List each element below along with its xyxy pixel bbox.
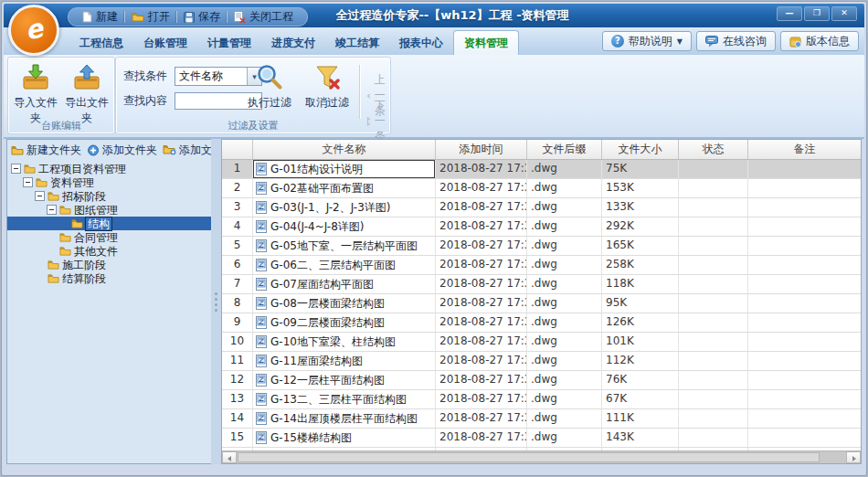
add-file-button[interactable]: 添加文件 xyxy=(161,143,213,158)
table-row[interactable]: 10G-10地下室梁、柱结构图2018-08-27 17:33:36.dwg10… xyxy=(222,333,861,352)
cell-file-size: 292K xyxy=(602,217,679,236)
folder-icon xyxy=(48,191,59,201)
close-icon[interactable]: ✕ xyxy=(831,6,857,21)
cancel-filter-button[interactable]: 取消过滤 xyxy=(301,61,354,118)
table-row[interactable]: 14G-14出屋顶楼层柱平面结构图2018-08-27 17:33:36.dwg… xyxy=(222,409,861,429)
tab-project-info[interactable]: 工程信息 xyxy=(69,31,133,55)
tree-item-other-files[interactable]: 其他文件 xyxy=(7,244,212,258)
table-row[interactable]: 3G-03(J-1、J-2、J-3详图)2018-08-27 17:33:36.… xyxy=(222,198,861,217)
table-row[interactable]: 2G-02基础平面布置图2018-08-27 17:33:36.dwg153K xyxy=(222,179,861,198)
cell-status xyxy=(679,237,748,255)
cell-file-size: 258K xyxy=(602,256,679,274)
tree-item-construction-phase[interactable]: 施工阶段 xyxy=(7,258,212,271)
folder-icon xyxy=(36,177,48,187)
table-row[interactable]: 6G-06二、三层结构平面图2018-08-27 17:33:36.dwg258… xyxy=(222,256,861,275)
ribbon-group-filter-settings: 查找条件 文件名称 查找内容 执行过滤 xyxy=(115,57,391,134)
tab-ledger-management[interactable]: 台账管理 xyxy=(133,31,197,55)
scrollbar-thumb[interactable] xyxy=(238,452,820,462)
tree-item-settlement-phase[interactable]: 结算阶段 xyxy=(7,271,212,285)
splitter-grip-icon xyxy=(215,309,217,312)
help-icon: ? xyxy=(611,35,624,48)
collapse-toggle-icon[interactable] xyxy=(35,191,45,201)
collapse-toggle-icon[interactable] xyxy=(11,164,21,174)
cell-remark xyxy=(748,409,861,428)
tree-item-bidding-phase[interactable]: 招标阶段 xyxy=(7,189,212,203)
import-folder-button[interactable]: 导入文件夹 xyxy=(10,61,61,118)
cell-file-ext: .dwg xyxy=(527,409,602,428)
table-row[interactable]: 4G-04(J-4~J-8详图)2018-08-27 17:33:36.dwg2… xyxy=(222,217,861,237)
cell-status xyxy=(679,333,748,351)
export-folder-button[interactable]: 导出文件夹 xyxy=(61,61,112,118)
column-header-6[interactable]: 备注 xyxy=(748,140,861,159)
version-info-button[interactable]: 版本信息 xyxy=(780,31,859,51)
table-row[interactable]: 5G-05地下室、一层结构平面图2018-08-27 17:33:36.dwg1… xyxy=(222,237,861,256)
ribbon: 导入文件夹 导出文件夹 台账编辑 查找条件 文件名称 xyxy=(4,55,864,139)
tree-item-structure[interactable]: 结构 xyxy=(7,217,212,230)
scroll-left-icon[interactable] xyxy=(222,451,237,463)
table-row[interactable]: 15G-15楼梯结构图2018-08-27 17:33:36.dwg143K xyxy=(222,429,861,448)
tab-document-management[interactable]: 资料管理 xyxy=(453,30,519,55)
cell-add-time: 2018-08-27 17:33:36 xyxy=(436,275,527,293)
cell-status xyxy=(679,217,748,236)
cell-remark xyxy=(748,179,861,197)
add-folder-button[interactable]: 添加文件夹 xyxy=(85,143,159,158)
help-button[interactable]: ? 帮助说明 ▼ xyxy=(602,31,692,51)
tree-item-doc-management[interactable]: 资料管理 xyxy=(7,175,212,189)
cell-file-ext: .dwg xyxy=(527,160,602,178)
column-header-5[interactable]: 状态 xyxy=(679,140,748,159)
tab-report-center[interactable]: 报表中心 xyxy=(389,31,453,55)
cell-remark xyxy=(748,237,861,255)
tree-item-label: 工程项目资料管理 xyxy=(38,163,126,175)
tab-strip: 工程信息台账管理计量管理进度支付竣工结算报表中心资料管理 xyxy=(69,31,519,55)
maximize-icon[interactable]: ❐ xyxy=(804,6,830,21)
cell-remark xyxy=(748,390,861,408)
panel-splitter[interactable] xyxy=(211,139,221,464)
tree-item-project-doc-management[interactable]: 工程项目资料管理 xyxy=(7,162,212,175)
table-row[interactable]: 9G-09二层楼面梁结构图2018-08-27 17:33:36.dwg126K xyxy=(222,313,861,333)
cell-file-size: 95K xyxy=(602,294,679,313)
cell-status xyxy=(679,352,748,370)
table-body: 1G-01结构设计说明2018-08-27 17:33:36.dwg75K2G-… xyxy=(222,160,861,464)
cell-file-name: G-15楼梯结构图 xyxy=(253,429,436,447)
cell-file-size: 133K xyxy=(602,198,679,217)
cell-row-number: 12 xyxy=(222,371,253,389)
table-row[interactable]: 12G-12一层柱平面结构图2018-08-27 17:33:36.dwg76K xyxy=(222,371,861,390)
cell-file-size: 118K xyxy=(602,275,679,293)
cell-remark xyxy=(748,333,861,351)
new-folder-button[interactable]: 新建文件夹 xyxy=(9,143,83,158)
table-row[interactable]: 8G-08一层楼面梁结构图2018-08-27 17:33:36.dwg95K xyxy=(222,294,861,313)
minimize-icon[interactable]: — xyxy=(777,6,802,21)
file-name-text: G-04(J-4~J-8详图) xyxy=(270,218,364,236)
cell-file-ext: .dwg xyxy=(527,429,602,447)
table-row[interactable]: 13G-13二、三层柱平面结构图2018-08-27 17:33:36.dwg6… xyxy=(222,390,861,409)
open-button[interactable]: 打开 xyxy=(125,8,176,26)
table-row[interactable]: 7G-07屋面结构平面图2018-08-27 17:33:36.dwg118K xyxy=(222,275,861,294)
column-header-1[interactable]: 文件名称 xyxy=(253,140,436,159)
file-name-text: G-11屋面梁结构图 xyxy=(270,353,363,370)
cell-file-ext: .dwg xyxy=(527,275,602,293)
table-row[interactable]: 1G-01结构设计说明2018-08-27 17:33:36.dwg75K xyxy=(222,160,861,179)
tree-item-contract-management[interactable]: 合同管理 xyxy=(7,230,212,244)
column-header-4[interactable]: 文件大小 xyxy=(602,140,679,159)
scroll-right-icon[interactable] xyxy=(846,451,861,463)
horizontal-scrollbar[interactable] xyxy=(222,450,861,463)
collapse-toggle-icon[interactable] xyxy=(47,205,57,215)
run-filter-button[interactable]: 执行过滤 xyxy=(244,61,295,118)
online-consult-button[interactable]: 在线咨询 xyxy=(696,31,776,51)
dwg-file-icon xyxy=(256,316,267,329)
column-header-0[interactable] xyxy=(222,140,253,159)
cell-status xyxy=(679,429,748,447)
save-button[interactable]: 保存 xyxy=(177,8,227,26)
cell-file-name: G-11屋面梁结构图 xyxy=(253,352,436,370)
tab-measure-management[interactable]: 计量管理 xyxy=(197,31,261,55)
cell-row-number: 3 xyxy=(222,198,253,217)
tree-item-drawing-management[interactable]: 图纸管理 xyxy=(7,203,212,217)
dwg-file-icon xyxy=(256,412,267,425)
tab-progress-payment[interactable]: 进度支付 xyxy=(261,31,325,55)
tab-completion-settlement[interactable]: 竣工结算 xyxy=(325,31,389,55)
table-row[interactable]: 11G-11屋面梁结构图2018-08-27 17:33:36.dwg112K xyxy=(222,352,861,371)
column-header-3[interactable]: 文件后缀 xyxy=(527,140,602,159)
collapse-toggle-icon[interactable] xyxy=(23,177,33,187)
new-button[interactable]: 新建 xyxy=(76,8,124,26)
column-header-2[interactable]: 添加时间 xyxy=(436,140,527,159)
